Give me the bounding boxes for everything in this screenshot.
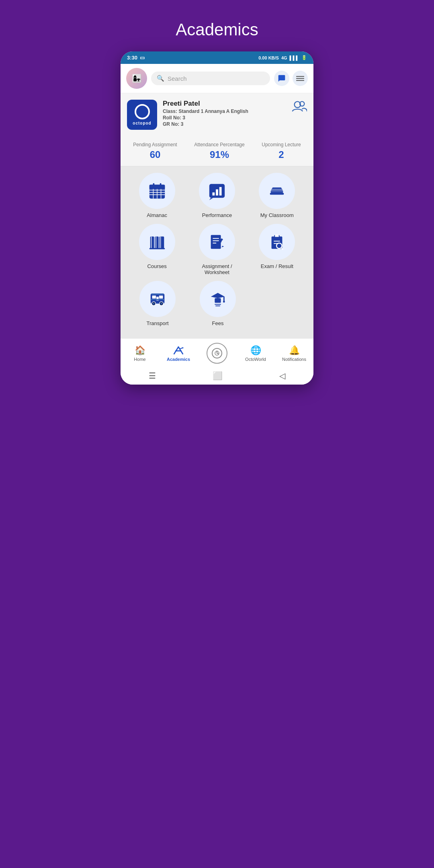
- menu-nav-icon[interactable]: ☰: [149, 371, 156, 381]
- profile-roll: Roll No: 3: [163, 115, 286, 121]
- system-nav: ☰ ⬜ ◁: [121, 367, 313, 385]
- svg-rect-16: [149, 185, 164, 188]
- nav-center[interactable]: [198, 343, 236, 364]
- notifications-label: Notifications: [282, 357, 306, 362]
- transport-label: Transport: [146, 320, 168, 326]
- bottom-nav: 🏠 Home Academics: [121, 338, 313, 367]
- speed-indicator: 0.00 KB/S: [258, 55, 279, 60]
- assignment-icon-circle: [199, 224, 235, 260]
- stat-pending-assignment[interactable]: Pending Assignment 60: [133, 142, 177, 160]
- nav-octoworld[interactable]: 🌐 OctoWorld: [236, 345, 275, 362]
- stat-pending-value: 60: [133, 149, 177, 160]
- network-type: 4G: [281, 55, 287, 60]
- svg-rect-50: [159, 295, 163, 299]
- nav-academics[interactable]: Academics: [159, 345, 198, 362]
- profile-card: octopod Preeti Patel Class: Standard 1 A…: [121, 93, 313, 136]
- svg-point-61: [223, 301, 225, 303]
- grid-item-courses[interactable]: Courses: [133, 224, 181, 275]
- profile-class: Class: Standard 1 Annanya A English: [163, 108, 286, 114]
- menu-button[interactable]: [293, 71, 308, 86]
- svg-marker-59: [211, 293, 225, 298]
- almanac-icon-circle: [139, 173, 175, 209]
- home-nav-icon[interactable]: ⬜: [213, 371, 223, 381]
- home-label: Home: [134, 357, 145, 362]
- phone-frame: 3:30 ▭ 0.00 KB/S 4G ▌▌▌ 🔋 👩‍👧 🔍 Search: [121, 51, 313, 385]
- my-classroom-icon-circle: [259, 173, 295, 209]
- nav-home[interactable]: 🏠 Home: [121, 345, 159, 362]
- screen-icon: ▭: [140, 55, 145, 61]
- svg-rect-52: [151, 299, 165, 300]
- svg-rect-2: [296, 80, 304, 81]
- nav-notifications[interactable]: 🔔 Notifications: [275, 345, 313, 362]
- profile-gr: GR No: 3: [163, 121, 286, 127]
- my-classroom-label: My Classroom: [260, 212, 294, 218]
- svg-rect-27: [150, 237, 154, 249]
- assignment-label: Assignment /Worksheet: [202, 263, 232, 275]
- logo-text: octopod: [133, 121, 151, 125]
- svg-point-68: [182, 347, 183, 348]
- stats-row: Pending Assignment 60 Attendance Percent…: [121, 136, 313, 166]
- fees-label: Fees: [212, 320, 224, 326]
- svg-rect-18: [212, 192, 215, 196]
- chat-button[interactable]: [274, 71, 289, 86]
- back-nav-icon[interactable]: ◁: [279, 371, 285, 381]
- status-bar: 3:30 ▭ 0.00 KB/S 4G ▌▌▌ 🔋: [121, 51, 313, 64]
- search-icon: 🔍: [157, 75, 164, 82]
- octoworld-label: OctoWorld: [245, 357, 266, 362]
- svg-rect-19: [216, 189, 218, 195]
- profile-actions[interactable]: [292, 100, 307, 113]
- stat-attendance-value: 91%: [194, 149, 244, 160]
- grid-item-transport[interactable]: Transport: [133, 281, 182, 326]
- grid-item-assignment-worksheet[interactable]: Assignment /Worksheet: [193, 224, 241, 275]
- grid-item-exam-result[interactable]: Exam / Result: [253, 224, 301, 275]
- svg-rect-58: [215, 298, 221, 303]
- center-button[interactable]: [207, 343, 227, 364]
- search-bar[interactable]: 🔍 Search: [151, 72, 270, 85]
- svg-line-47: [281, 248, 283, 250]
- profile-name: Preeti Patel: [163, 100, 286, 108]
- signal-bars: ▌▌▌: [290, 55, 299, 60]
- stat-attendance[interactable]: Attendance Percentage 91%: [194, 142, 244, 160]
- battery-icon: 🔋: [301, 55, 307, 60]
- main-content: Almanac Performanc: [121, 166, 313, 338]
- svg-rect-0: [296, 76, 304, 77]
- profile-info: Preeti Patel Class: Standard 1 Annanya A…: [163, 100, 286, 127]
- grid-item-fees[interactable]: Fees: [194, 281, 242, 326]
- transport-icon-circle: [139, 281, 176, 317]
- courses-icon-circle: [139, 224, 175, 260]
- grid-item-performance[interactable]: Performance: [193, 173, 241, 218]
- app-header: 👩‍👧 🔍 Search: [121, 64, 313, 93]
- svg-rect-28: [155, 237, 159, 249]
- school-logo[interactable]: octopod: [127, 100, 157, 130]
- svg-rect-33: [149, 248, 164, 249]
- svg-rect-49: [152, 295, 156, 299]
- stat-upcoming-lecture[interactable]: Upcoming Lecture 2: [262, 142, 301, 160]
- academics-label: Academics: [167, 357, 190, 362]
- grid-row-2: Courses: [127, 224, 307, 275]
- exam-icon-circle: [259, 224, 295, 260]
- page-title: Academics: [176, 8, 258, 51]
- home-icon: 🏠: [135, 345, 145, 356]
- status-time: 3:30: [127, 55, 137, 61]
- fees-icon-circle: [200, 281, 236, 317]
- svg-rect-43: [275, 235, 279, 237]
- almanac-label: Almanac: [147, 212, 167, 218]
- svg-point-56: [161, 303, 162, 305]
- stat-lecture-label: Upcoming Lecture: [262, 142, 301, 147]
- performance-label: Performance: [202, 212, 232, 218]
- stat-attendance-label: Attendance Percentage: [194, 142, 244, 147]
- exam-label: Exam / Result: [261, 263, 293, 269]
- header-icons: [274, 71, 308, 86]
- avatar[interactable]: 👩‍👧: [126, 68, 147, 89]
- svg-marker-39: [221, 246, 224, 248]
- performance-icon-circle: [199, 173, 235, 209]
- grid-item-my-classroom[interactable]: My Classroom: [253, 173, 301, 218]
- grid-item-almanac[interactable]: Almanac: [133, 173, 181, 218]
- svg-rect-29: [159, 237, 164, 249]
- search-text: Search: [168, 75, 187, 82]
- grid-row-1: Almanac Performanc: [127, 173, 307, 218]
- svg-rect-1: [296, 78, 304, 79]
- stat-pending-label: Pending Assignment: [133, 142, 177, 147]
- courses-label: Courses: [147, 263, 166, 269]
- svg-rect-26: [270, 193, 284, 195]
